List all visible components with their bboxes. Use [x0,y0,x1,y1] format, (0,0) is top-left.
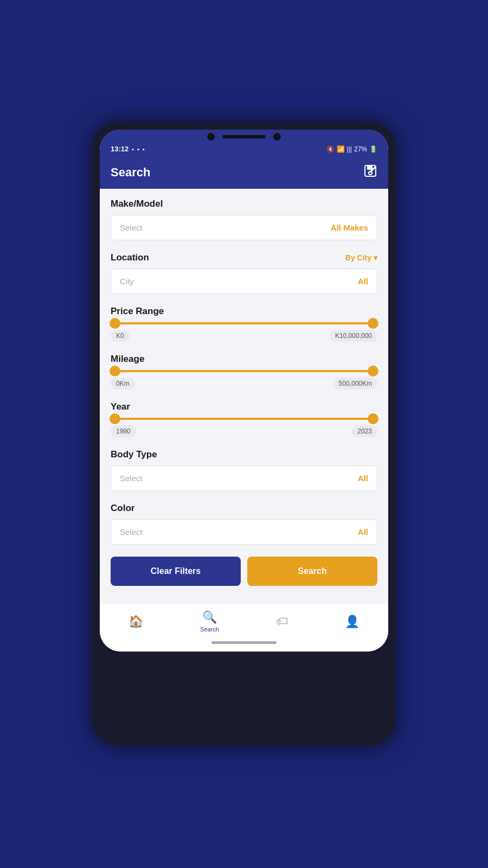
mileage-title: Mileage [111,354,377,365]
profile-icon: 👤 [345,615,359,629]
action-buttons: Clear Filters Search [111,557,377,586]
mileage-section: Mileage 0Km 500,000Km [111,354,377,390]
speaker [222,135,266,138]
home-indicator [100,637,388,652]
nav-tags[interactable]: 🏷 [276,615,288,629]
content-area: Make/Model Select All Makes Location By … [100,189,388,603]
location-section: Location By City ▾ City All [111,252,377,294]
wifi-icon: 📶 [337,145,345,153]
save-edit-icon[interactable] [363,164,377,181]
tags-icon: 🏷 [276,615,288,629]
year-fill [113,418,375,420]
search-button[interactable]: Search [247,557,377,586]
price-min-label: K0 [111,330,130,342]
year-labels: 1990 2023 [111,425,377,437]
body-type-value: All [358,474,368,483]
bottom-nav: 🏠 🔍 Search 🏷 👤 [100,603,388,637]
year-thumb-left[interactable] [110,413,120,424]
price-track [113,322,375,324]
nav-search[interactable]: 🔍 Search [200,610,219,633]
notch-area [100,130,388,141]
city-value: All [358,277,368,286]
by-city-button[interactable]: By City ▾ [345,253,377,262]
color-section: Color Select All [111,503,377,545]
color-title: Color [111,503,377,514]
mileage-thumb-right[interactable] [368,366,378,376]
make-model-placeholder: Select [120,223,143,232]
search-nav-icon: 🔍 [202,610,217,624]
svg-rect-1 [367,165,373,170]
signal-icon: ||| [347,145,352,153]
price-labels: K0 K10,000,000 [111,330,377,342]
price-range-section: Price Range K0 K10,000,000 [111,306,377,342]
location-header: Location By City ▾ [111,252,377,263]
home-icon: 🏠 [129,615,143,629]
body-type-input[interactable]: Select All [111,465,377,491]
make-model-section: Make/Model Select All Makes [111,199,377,240]
phone-screen: 13:12 ▪ ▪ ▪ 🔇 📶 ||| 27% 🔋 Search [100,130,388,652]
body-type-placeholder: Select [120,474,143,483]
price-thumb-left[interactable] [110,318,120,329]
camera-right [273,133,281,141]
city-input[interactable]: City All [111,269,377,294]
year-min-label: 1990 [111,425,136,437]
body-type-title: Body Type [111,449,377,460]
body-type-section: Body Type Select All [111,449,377,491]
year-section: Year 1990 2023 [111,401,377,437]
price-fill [113,322,375,324]
year-title: Year [111,401,377,412]
chevron-down-icon: ▾ [374,253,377,262]
img-icon: ▪ [143,146,145,152]
year-slider[interactable]: 1990 2023 [111,418,377,437]
status-bar: 13:12 ▪ ▪ ▪ 🔇 📶 ||| 27% 🔋 [100,141,388,156]
make-model-title: Make/Model [111,199,377,209]
mileage-track [113,370,375,372]
phone-frame: 13:12 ▪ ▪ ▪ 🔇 📶 ||| 27% 🔋 Search [92,122,396,746]
price-range-slider[interactable]: K0 K10,000,000 [111,322,377,342]
price-thumb-right[interactable] [368,318,378,329]
status-left: 13:12 ▪ ▪ ▪ [111,145,145,153]
mileage-slider[interactable]: 0Km 500,000Km [111,370,377,390]
city-placeholder: City [120,277,134,286]
inv-icon: ▪ [132,146,134,152]
make-model-value: All Makes [331,223,368,232]
mileage-fill [113,370,375,372]
status-right: 🔇 📶 ||| 27% 🔋 [326,145,377,153]
battery-icon: 🔋 [369,145,377,153]
home-bar [211,641,277,644]
app-bar-title: Search [111,165,150,180]
app-bar: Search [100,156,388,189]
color-value: All [358,527,368,537]
status-time: 13:12 [111,145,129,153]
color-input[interactable]: Select All [111,519,377,545]
clear-filters-button[interactable]: Clear Filters [111,557,241,586]
color-placeholder: Select [120,527,143,537]
mileage-min-label: 0Km [111,378,135,390]
location-title: Location [111,252,149,263]
make-model-input[interactable]: Select All Makes [111,215,377,240]
year-max-label: 2023 [352,425,377,437]
mileage-thumb-left[interactable] [110,366,120,376]
battery-text: 27% [354,145,367,153]
nav-home[interactable]: 🏠 [129,615,143,629]
price-range-title: Price Range [111,306,377,317]
year-track [113,418,375,420]
mileage-labels: 0Km 500,000Km [111,378,377,390]
msg-icon: ▪ [137,146,139,152]
search-nav-label: Search [200,626,219,633]
camera [207,133,215,141]
mute-icon: 🔇 [326,145,335,153]
mileage-max-label: 500,000Km [333,378,377,390]
nav-profile[interactable]: 👤 [345,615,359,629]
price-max-label: K10,000,000 [330,330,377,342]
year-thumb-right[interactable] [368,413,378,424]
by-city-label: By City [345,253,371,262]
